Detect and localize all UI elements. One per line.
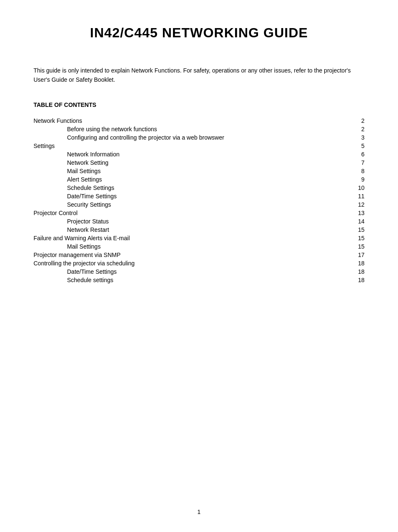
toc-row: Schedule Settings10 bbox=[34, 184, 364, 192]
toc-item-label: Schedule settings bbox=[34, 276, 348, 284]
toc-item-page: 2 bbox=[348, 117, 364, 125]
toc-item-page: 15 bbox=[348, 242, 364, 251]
toc-row: Security Settings12 bbox=[34, 200, 364, 209]
toc-item-label: Controlling the projector via scheduling bbox=[34, 259, 348, 267]
toc-item-label: Settings bbox=[34, 142, 348, 150]
toc-item-label: Before using the network functions bbox=[34, 125, 348, 133]
toc-item-page: 2 bbox=[348, 125, 364, 133]
toc-item-page: 18 bbox=[348, 276, 364, 284]
toc-item-label: Configuring and controlling the projecto… bbox=[34, 133, 348, 142]
toc-item-page: 15 bbox=[348, 234, 364, 242]
toc-item-page: 7 bbox=[348, 158, 364, 167]
toc-item-label: Schedule Settings bbox=[34, 184, 348, 192]
toc-item-page: 9 bbox=[348, 175, 364, 184]
toc-item-label: Projector Status bbox=[34, 217, 348, 226]
toc-item-label: Alert Settings bbox=[34, 175, 348, 184]
page: IN42/C445 NETWORKING GUIDE This guide is… bbox=[0, 0, 398, 532]
toc-item-page: 5 bbox=[348, 142, 364, 150]
toc-row: Projector management via SNMP17 bbox=[34, 251, 364, 259]
toc-item-page: 18 bbox=[348, 267, 364, 276]
toc-item-label: Network Functions bbox=[34, 117, 348, 125]
toc-item-page: 3 bbox=[348, 133, 364, 142]
toc-row: Schedule settings18 bbox=[34, 276, 364, 284]
toc-item-page: 11 bbox=[348, 192, 364, 200]
toc-item-label: Network Setting bbox=[34, 158, 348, 167]
toc-item-label: Mail Settings bbox=[34, 242, 348, 251]
toc-item-page: 12 bbox=[348, 200, 364, 209]
toc-row: Failure and Warning Alerts via E-mail15 bbox=[34, 234, 364, 242]
toc-item-page: 15 bbox=[348, 226, 364, 234]
toc-row: Projector Control13 bbox=[34, 209, 364, 217]
toc-item-page: 10 bbox=[348, 184, 364, 192]
toc-row: Alert Settings9 bbox=[34, 175, 364, 184]
toc-heading: TABLE OF CONTENTS bbox=[34, 101, 364, 108]
toc-item-label: Mail Settings bbox=[34, 167, 348, 175]
toc-row: Network Functions2 bbox=[34, 117, 364, 125]
page-title: IN42/C445 NETWORKING GUIDE bbox=[34, 25, 364, 41]
toc-item-label: Projector Control bbox=[34, 209, 348, 217]
toc-item-page: 6 bbox=[348, 150, 364, 158]
toc-item-label: Network Information bbox=[34, 150, 348, 158]
toc-item-label: Network Restart bbox=[34, 226, 348, 234]
toc-row: Configuring and controlling the projecto… bbox=[34, 133, 364, 142]
toc-item-page: 13 bbox=[348, 209, 364, 217]
toc-row: Network Information6 bbox=[34, 150, 364, 158]
toc-table: Network Functions2Before using the netwo… bbox=[34, 117, 364, 284]
page-number: 1 bbox=[197, 509, 201, 515]
toc-item-label: Security Settings bbox=[34, 200, 348, 209]
intro-text: This guide is only intended to explain N… bbox=[34, 66, 364, 85]
toc-row: Date/Time Settings18 bbox=[34, 267, 364, 276]
toc-item-label: Projector management via SNMP bbox=[34, 251, 348, 259]
toc-row: Controlling the projector via scheduling… bbox=[34, 259, 364, 267]
toc-item-page: 14 bbox=[348, 217, 364, 226]
toc-row: Settings5 bbox=[34, 142, 364, 150]
toc-item-label: Date/Time Settings bbox=[34, 267, 348, 276]
toc-row: Projector Status14 bbox=[34, 217, 364, 226]
toc-row: Date/Time Settings11 bbox=[34, 192, 364, 200]
toc-item-page: 17 bbox=[348, 251, 364, 259]
toc-item-label: Date/Time Settings bbox=[34, 192, 348, 200]
toc-row: Network Setting7 bbox=[34, 158, 364, 167]
toc-item-page: 8 bbox=[348, 167, 364, 175]
toc-row: Mail Settings8 bbox=[34, 167, 364, 175]
toc-item-page: 18 bbox=[348, 259, 364, 267]
toc-row: Before using the network functions2 bbox=[34, 125, 364, 133]
toc-row: Network Restart15 bbox=[34, 226, 364, 234]
toc-row: Mail Settings15 bbox=[34, 242, 364, 251]
toc-item-label: Failure and Warning Alerts via E-mail bbox=[34, 234, 348, 242]
